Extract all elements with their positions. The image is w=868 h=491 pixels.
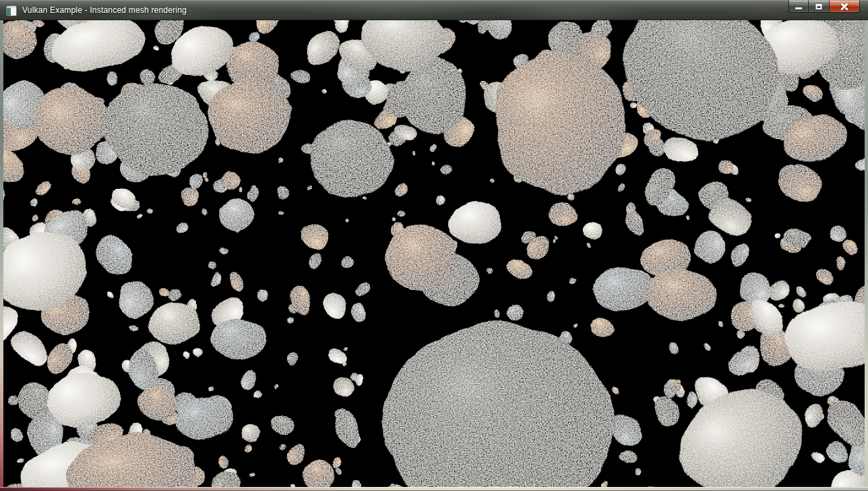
window-controls [788, 1, 860, 14]
close-icon [840, 2, 849, 11]
maximize-button[interactable] [809, 1, 829, 13]
minimize-button[interactable] [788, 1, 809, 13]
window-title: Vulkan Example - Instanced mesh renderin… [22, 5, 187, 15]
window-border-bottom [0, 487, 868, 491]
render-viewport[interactable] [3, 20, 865, 487]
maximize-icon [816, 4, 822, 9]
title-bar[interactable]: Vulkan Example - Instanced mesh renderin… [0, 0, 868, 20]
app-window: Vulkan Example - Instanced mesh renderin… [0, 0, 868, 491]
rock-field-render[interactable] [3, 20, 865, 487]
application-icon [6, 5, 17, 16]
window-border-right [865, 20, 868, 487]
close-button[interactable] [829, 1, 860, 13]
minimize-icon [795, 7, 802, 9]
